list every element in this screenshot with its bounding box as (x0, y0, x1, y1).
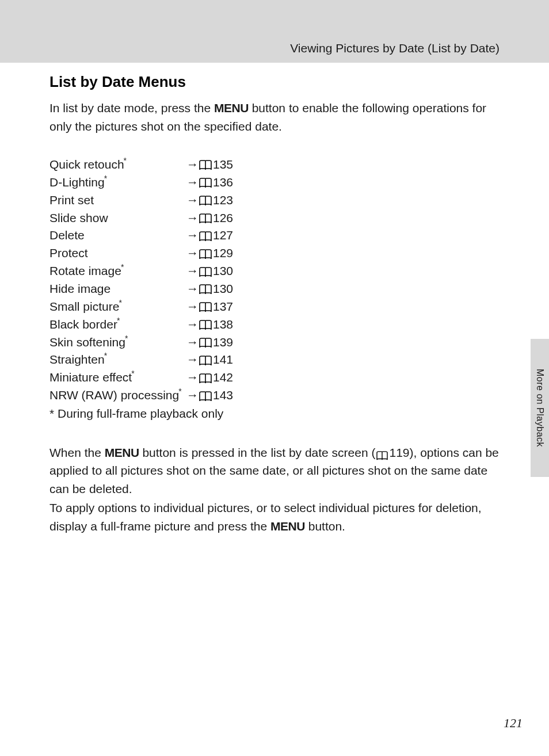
arrow-icon: → (186, 174, 199, 192)
option-label: Straighten (49, 353, 105, 366)
para2-p1: To apply options to individual pictures,… (49, 501, 482, 533)
option-ref: →127 (186, 227, 233, 245)
option-label-cell: Skin softening* (49, 334, 186, 352)
page-ref: 136 (213, 174, 233, 192)
options-list: Quick retouch*→135D-Lighting*→136Print s… (49, 156, 500, 423)
para1-p2: button is pressed in the list by date sc… (139, 446, 376, 459)
option-label: Skin softening (49, 335, 125, 349)
option-label-cell: Quick retouch* (49, 156, 186, 174)
option-ref: →143 (186, 387, 233, 404)
arrow-icon: → (186, 245, 199, 262)
arrow-icon: → (186, 316, 199, 334)
book-icon (199, 212, 212, 224)
paragraph-1: When the MENU button is pressed in the l… (49, 444, 500, 498)
page-ref: 143 (213, 387, 233, 404)
option-ref: →139 (186, 334, 233, 352)
option-label-cell: Print set (49, 192, 186, 209)
option-ref: →135 (186, 156, 233, 174)
arrow-icon: → (186, 156, 199, 174)
option-row: Quick retouch*→135 (49, 156, 500, 174)
arrow-icon: → (186, 387, 199, 404)
paragraph-2: To apply options to individual pictures,… (49, 499, 500, 535)
option-row: Slide show→126 (49, 209, 500, 227)
book-icon (199, 194, 212, 206)
option-ref: →138 (186, 316, 233, 334)
option-label-cell: Slide show (49, 209, 186, 227)
option-ref: →136 (186, 174, 233, 192)
option-label-cell: Protect (49, 245, 186, 262)
option-label: Slide show (49, 211, 108, 224)
book-icon (199, 301, 212, 312)
option-label-cell: Delete (49, 227, 186, 245)
arrow-icon: → (186, 209, 199, 227)
option-label: Black border (49, 318, 117, 331)
option-ref: →130 (186, 262, 233, 280)
side-tab: More on Playback (531, 339, 549, 477)
option-row: Black border*→138 (49, 316, 500, 334)
book-icon (199, 354, 212, 366)
page-ref: 130 (213, 280, 233, 298)
page-ref: 130 (213, 262, 233, 280)
arrow-icon: → (186, 351, 199, 369)
asterisk: * (178, 387, 181, 396)
option-ref: →126 (186, 209, 233, 227)
arrow-icon: → (186, 334, 199, 352)
option-label: Print set (49, 193, 94, 207)
option-row: Protect→129 (49, 245, 500, 262)
option-row: Delete→127 (49, 227, 500, 245)
page-ref: 139 (213, 334, 233, 352)
option-label: Hide image (49, 282, 110, 295)
option-label: Rotate image (49, 264, 121, 277)
page-ref: 126 (213, 209, 233, 227)
menu-word: MENU (214, 101, 249, 114)
option-row: Hide image→130 (49, 280, 500, 298)
intro-text: In list by date mode, press the MENU but… (49, 99, 500, 135)
option-ref: →142 (186, 369, 233, 387)
option-ref: →123 (186, 192, 233, 209)
page-ref: 142 (213, 369, 233, 387)
book-icon (199, 337, 212, 348)
option-label: Delete (49, 228, 85, 242)
option-label-cell: NRW (RAW) processing* (49, 387, 186, 404)
option-label-cell: Small picture* (49, 298, 186, 316)
option-row: D-Lighting*→136 (49, 174, 500, 192)
breadcrumb: Viewing Pictures by Date (List by Date) (0, 0, 549, 55)
page-content: List by Date Menus In list by date mode,… (0, 63, 549, 756)
asterisk: * (131, 369, 134, 378)
page-number: 121 (504, 716, 523, 731)
option-label: Small picture (49, 300, 119, 313)
arrow-icon: → (186, 298, 199, 316)
para1-p1: When the (49, 446, 105, 459)
asterisk: * (121, 262, 124, 272)
option-label-cell: Rotate image* (49, 262, 186, 280)
para1-ref: 119 (389, 446, 409, 459)
option-ref: →130 (186, 280, 233, 298)
asterisk: * (124, 156, 127, 165)
book-icon (199, 248, 212, 259)
book-icon (199, 390, 212, 402)
option-label-cell: D-Lighting* (49, 174, 186, 192)
page-ref: 141 (213, 351, 233, 369)
option-ref: →137 (186, 298, 233, 316)
option-row: Rotate image*→130 (49, 262, 500, 280)
menu-word: MENU (105, 446, 139, 459)
book-icon (199, 159, 212, 170)
option-label-cell: Miniature effect* (49, 369, 186, 387)
option-label: Quick retouch (49, 158, 124, 171)
option-row: NRW (RAW) processing*→143 (49, 387, 500, 404)
book-icon (199, 372, 212, 384)
arrow-icon: → (186, 280, 199, 298)
page-ref: 137 (213, 298, 233, 316)
intro-part1: In list by date mode, press the (49, 101, 214, 114)
asterisk: * (125, 334, 128, 343)
arrow-icon: → (186, 227, 199, 245)
menu-word: MENU (270, 520, 305, 533)
option-ref: →129 (186, 245, 233, 262)
option-row: Skin softening*→139 (49, 334, 500, 352)
option-label: NRW (RAW) processing (49, 388, 179, 402)
para2-p2: button. (305, 520, 345, 533)
side-tab-text: More on Playback (535, 369, 545, 447)
option-label-cell: Black border* (49, 316, 186, 334)
book-icon (199, 230, 212, 242)
option-row: Small picture*→137 (49, 298, 500, 316)
